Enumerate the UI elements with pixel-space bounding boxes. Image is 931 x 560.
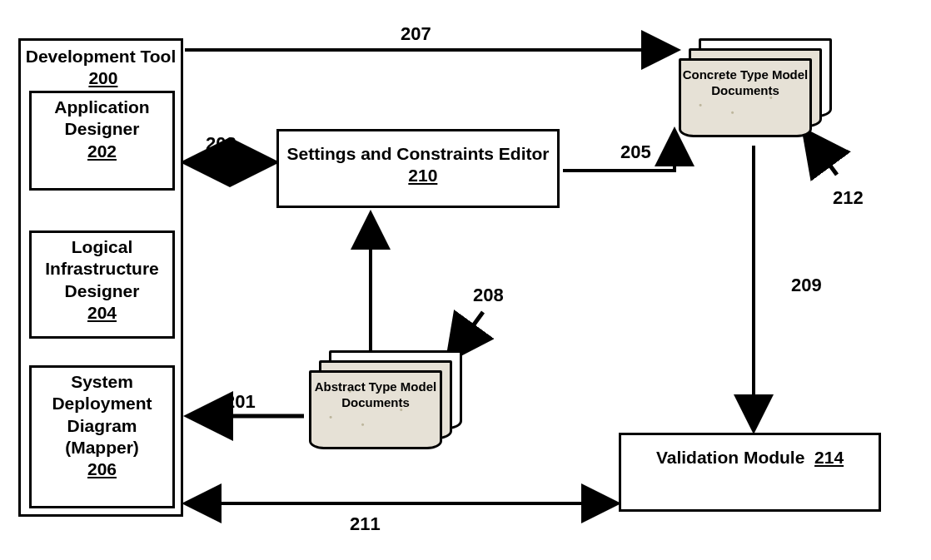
development-tool-box: Development Tool 200 Application Designe… <box>18 38 183 517</box>
system-deployment-title: System Deployment Diagram (Mapper) 206 <box>33 371 171 480</box>
logical-infra-designer-box: Logical Infrastructure Designer 204 <box>29 230 175 339</box>
development-tool-title-text: Development Tool <box>26 47 176 66</box>
concrete-docs-text: Concrete Type Model Documents <box>681 67 809 99</box>
settings-editor-box: Settings and Constraints Editor 210 <box>276 129 560 208</box>
validation-module-ref: 214 <box>814 448 844 467</box>
settings-editor-text: Settings and Constraints Editor <box>286 144 549 163</box>
arrow-label-212: 212 <box>833 187 864 209</box>
arrow-label-205: 205 <box>620 141 651 163</box>
abstract-doc-front: Abstract Type Model Documents <box>309 370 442 449</box>
validation-module-text: Validation Module <box>656 448 805 467</box>
settings-editor-ref: 210 <box>408 166 437 185</box>
development-tool-title: Development Tool 200 <box>21 46 181 90</box>
system-deployment-ref: 206 <box>87 459 117 478</box>
development-tool-ref: 200 <box>88 68 117 87</box>
arrow-label-201: 201 <box>225 391 256 413</box>
arrow-label-208: 208 <box>473 285 504 306</box>
svg-line-5 <box>806 133 837 175</box>
validation-module-box: Validation Module 214 <box>619 433 881 512</box>
arrow-label-207: 207 <box>401 23 431 45</box>
system-deployment-box: System Deployment Diagram (Mapper) 206 <box>29 365 175 508</box>
settings-editor-title: Settings and Constraints Editor 210 <box>279 143 557 187</box>
logical-infra-designer-ref: 204 <box>87 303 117 322</box>
validation-module-title: Validation Module 214 <box>621 447 879 468</box>
application-designer-ref: 202 <box>87 141 117 161</box>
concrete-doc-front: Concrete Type Model Documents <box>679 58 812 137</box>
application-designer-box: Application Designer 202 <box>29 91 175 191</box>
system-deployment-text: System Deployment Diagram (Mapper) <box>52 372 152 457</box>
application-designer-title: Application Designer 202 <box>33 97 171 162</box>
logical-infra-designer-title: Logical Infrastructure Designer 204 <box>33 236 171 324</box>
application-designer-text: Application Designer <box>54 97 149 138</box>
arrow-label-203: 203 <box>206 133 236 155</box>
arrow-label-209: 209 <box>791 275 822 296</box>
diagram-stage: Development Tool 200 Application Designe… <box>0 0 931 560</box>
abstract-docs-text: Abstract Type Model Documents <box>311 379 440 411</box>
arrow-label-211: 211 <box>350 513 381 535</box>
logical-infra-designer-text: Logical Infrastructure Designer <box>45 237 159 300</box>
